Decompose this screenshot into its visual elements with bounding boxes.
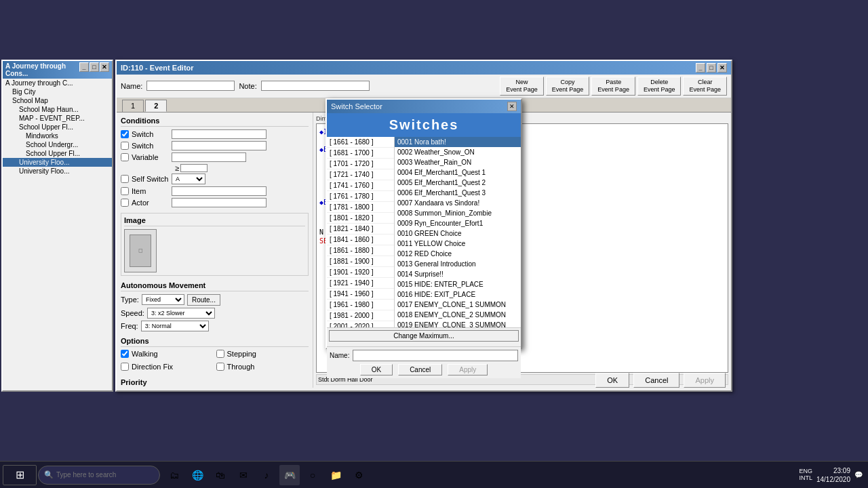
range-item-3[interactable]: [ 1721 - 1740 ]: [327, 169, 394, 180]
taskbar-icon-settings[interactable]: ⚙: [349, 465, 369, 485]
switch-item-0013[interactable]: 0013 General Introduction: [395, 259, 521, 269]
taskbar-icon-folder[interactable]: 📁: [326, 465, 346, 485]
sprite-box[interactable]: ◻: [124, 229, 157, 272]
taskbar-icon-edge[interactable]: 🌐: [187, 465, 208, 485]
range-item-12[interactable]: [ 1901 - 1920 ]: [327, 267, 394, 278]
switch-item-0004[interactable]: 0004 Elf_Merchant1_Quest 1: [395, 167, 521, 178]
switch-item-0017[interactable]: 0017 ENEMY_CLONE_1 SUMMON: [395, 300, 521, 310]
switch-item-0006[interactable]: 0006 Elf_Merchant1_Quest 3: [395, 188, 521, 198]
start-button[interactable]: ⊞: [3, 465, 37, 485]
notification-icon[interactable]: 💬: [854, 471, 863, 479]
minimize-btn[interactable]: _: [79, 62, 89, 72]
clear-event-page-btn[interactable]: ClearEvent Page: [683, 77, 727, 96]
switch2-input[interactable]: [172, 141, 267, 150]
name-input[interactable]: Stdt Dorm Hall Door: [146, 81, 235, 91]
range-item-4[interactable]: [ 1741 - 1760 ]: [327, 180, 394, 191]
item-input[interactable]: [172, 186, 267, 196]
search-input[interactable]: [56, 471, 154, 479]
range-item-7[interactable]: [ 1801 - 1820 ]: [327, 213, 394, 224]
range-item-14[interactable]: [ 1941 - 1960 ]: [327, 289, 394, 300]
switch-item-0003[interactable]: 0003 Weather_Rain_ON: [395, 157, 521, 167]
cancel-btn[interactable]: Cancel: [633, 373, 679, 388]
range-item-13[interactable]: [ 1921 - 1940 ]: [327, 278, 394, 289]
switch-item-0015[interactable]: 0015 HIDE: ENTER_PLACE: [395, 279, 521, 289]
switch2-checkbox[interactable]: [121, 142, 129, 150]
stepping-checkbox[interactable]: [216, 350, 224, 358]
taskbar-icon-chrome[interactable]: ○: [302, 465, 323, 485]
taskbar-icon-explorer[interactable]: 🗂: [164, 465, 184, 485]
range-item-17[interactable]: [ 2001 - 2020 ]: [327, 321, 394, 327]
taskbar-icon-store[interactable]: 🛍: [210, 465, 231, 485]
copy-event-page-btn[interactable]: CopyEvent Page: [546, 77, 590, 96]
range-item-10[interactable]: [ 1861 - 1880 ]: [327, 245, 394, 256]
tree-item-6[interactable]: Mindworks: [3, 131, 112, 140]
modal-apply-btn[interactable]: Apply: [448, 364, 488, 375]
change-max-btn[interactable]: Change Maximum...: [329, 330, 519, 342]
tree-item-0[interactable]: A Journey through C...: [3, 79, 112, 87]
tree-item-9[interactable]: University Floo...: [3, 158, 112, 167]
tree-item-2[interactable]: School Map: [3, 96, 112, 105]
paste-event-page-btn[interactable]: PasteEvent Page: [591, 77, 635, 96]
switch-item-0008[interactable]: 0008 Summon_Minion_Zombie: [395, 208, 521, 218]
direction-fix-checkbox[interactable]: [121, 363, 129, 371]
switch-item-0012[interactable]: 0012 RED Choice: [395, 249, 521, 259]
switch-item-0001[interactable]: 0001 Nora bath!: [395, 137, 521, 147]
tab-2[interactable]: 2: [145, 100, 167, 112]
minimize-event-btn[interactable]: _: [696, 63, 705, 73]
switch-item-0010[interactable]: 0010 GREEN Choice: [395, 228, 521, 239]
switch-name-input[interactable]: Nora bath!: [353, 350, 518, 361]
range-item-6[interactable]: [ 1781 - 1800 ]: [327, 202, 394, 213]
switch-item-0011[interactable]: 0011 YELLOW Choice: [395, 239, 521, 249]
taskbar-icon-mail[interactable]: ✉: [233, 465, 254, 485]
modal-cancel-btn[interactable]: Cancel: [398, 364, 442, 375]
range-item-16[interactable]: [ 1981 - 2000 ]: [327, 310, 394, 321]
variable-num-input[interactable]: [180, 164, 208, 172]
switch-item-0005[interactable]: 0005 Elf_Merchant1_Quest 2: [395, 178, 521, 188]
apply-btn[interactable]: Apply: [684, 373, 726, 388]
switch-item-0007[interactable]: 0007 Xandaara vs Sindora!: [395, 198, 521, 208]
route-btn[interactable]: Route...: [187, 294, 220, 306]
actor-input[interactable]: [172, 198, 267, 207]
range-item-0[interactable]: [ 1661 - 1680 ]: [327, 137, 394, 148]
movement-type-select[interactable]: FixedRandomApproachCustom: [142, 294, 184, 305]
switch-item-0016[interactable]: 0016 HIDE: EXIT_PLACE: [395, 289, 521, 300]
new-event-page-btn[interactable]: NewEvent Page: [500, 77, 544, 96]
tree-item-3[interactable]: School Map Haun...: [3, 105, 112, 114]
range-item-11[interactable]: [ 1881 - 1900 ]: [327, 256, 394, 267]
note-input[interactable]: [261, 81, 370, 91]
tree-item-1[interactable]: Big City: [3, 87, 112, 96]
range-item-9[interactable]: [ 1841 - 1860 ]: [327, 235, 394, 245]
range-item-15[interactable]: [ 1961 - 1980 ]: [327, 300, 394, 310]
variable-input[interactable]: [172, 152, 246, 162]
movement-speed-select[interactable]: 3: x2 Slower: [147, 308, 215, 319]
range-item-5[interactable]: [ 1761 - 1780 ]: [327, 191, 394, 202]
variable-checkbox[interactable]: [121, 153, 129, 161]
switch-list[interactable]: 0001 Nora bath!0002 Weather_Snow_ON0003 …: [395, 137, 521, 327]
actor-checkbox[interactable]: [121, 199, 129, 207]
switch1-input[interactable]: 1872 Stdt Dorm Hall D...: [172, 129, 267, 139]
switch-item-0002[interactable]: 0002 Weather_Snow_ON: [395, 147, 521, 157]
ok-btn[interactable]: OK: [595, 373, 629, 388]
close-btn[interactable]: ✕: [100, 62, 109, 72]
range-item-2[interactable]: [ 1701 - 1720 ]: [327, 159, 394, 169]
tree-item-8[interactable]: School Upper Fl...: [3, 149, 112, 158]
search-bar[interactable]: 🔍: [38, 466, 160, 485]
movement-freq-select[interactable]: 3: Normal: [141, 321, 209, 331]
selfswitch-select[interactable]: ABCD: [172, 174, 205, 184]
switch1-checkbox[interactable]: [121, 130, 129, 138]
switch-item-0018[interactable]: 0018 ENEMY_CLONE_2 SUMMON: [395, 310, 521, 320]
range-list[interactable]: [ 1661 - 1680 ][ 1681 - 1700 ][ 1701 - 1…: [327, 137, 395, 327]
delete-event-page-btn[interactable]: DeleteEvent Page: [637, 77, 682, 96]
switch-item-0014[interactable]: 0014 Surprise!!: [395, 269, 521, 279]
tree-item-7[interactable]: School Undergr...: [3, 140, 112, 149]
close-event-btn[interactable]: ✕: [717, 63, 727, 73]
tree-item-5[interactable]: School Upper Fl...: [3, 123, 112, 131]
maximize-event-btn[interactable]: □: [707, 63, 716, 73]
tree-item-10[interactable]: University Floo...: [3, 167, 112, 176]
maximize-btn[interactable]: □: [90, 62, 99, 72]
switch-item-0009[interactable]: 0009 Ryn_Encounter_Efort1: [395, 218, 521, 228]
item-checkbox[interactable]: [121, 187, 129, 195]
through-checkbox[interactable]: [216, 363, 224, 371]
tab-1[interactable]: 1: [122, 100, 144, 112]
switch-item-0019[interactable]: 0019 ENEMY_CLONE_3 SUMMON: [395, 320, 521, 327]
